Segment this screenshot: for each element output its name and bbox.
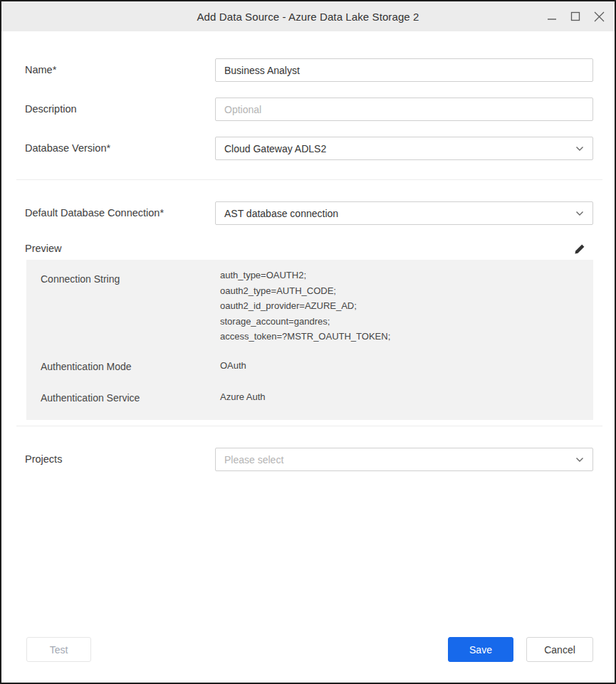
minimize-icon — [547, 11, 557, 21]
projects-select[interactable]: Please select — [215, 448, 593, 471]
default-connection-select[interactable]: AST database connection — [215, 201, 593, 225]
connection-string-line: oauth2_id_provider=AZURE_AD; — [220, 298, 390, 314]
database-version-value: Cloud Gateway ADLS2 — [224, 143, 326, 154]
titlebar: Add Data Source - Azure Data Lake Storag… — [1, 1, 615, 31]
chevron-down-icon — [575, 457, 584, 463]
name-label: Name* — [25, 64, 56, 75]
save-button[interactable]: Save — [448, 637, 513, 662]
connection-string-value: auth_type=OAUTH2; oauth2_type=AUTH_CODE;… — [220, 268, 390, 344]
maximize-icon — [570, 11, 580, 21]
minimize-button[interactable] — [546, 11, 558, 22]
default-connection-value: AST database connection — [224, 208, 338, 219]
database-version-label: Database Version* — [25, 142, 110, 154]
preview-panel: Connection String auth_type=OAUTH2; oaut… — [26, 260, 593, 420]
connection-string-line: auth_type=OAUTH2; — [220, 268, 390, 283]
auth-service-value: Azure Auth — [220, 391, 266, 402]
projects-label: Projects — [25, 453, 62, 465]
cancel-button[interactable]: Cancel — [526, 637, 593, 662]
test-button[interactable]: Test — [26, 637, 91, 662]
auth-mode-label: Authentication Mode — [41, 361, 132, 372]
description-label: Description — [25, 103, 77, 115]
description-input[interactable] — [215, 98, 593, 121]
projects-placeholder: Please select — [224, 454, 283, 465]
chevron-down-icon — [575, 211, 584, 216]
connection-string-line: oauth2_type=AUTH_CODE; — [220, 283, 390, 299]
dialog-window: Add Data Source - Azure Data Lake Storag… — [0, 0, 616, 684]
auth-service-label: Authentication Service — [41, 392, 140, 404]
close-button[interactable] — [593, 11, 605, 22]
section-divider-top — [16, 179, 602, 180]
chevron-down-icon — [575, 146, 584, 152]
maximize-button[interactable] — [570, 11, 581, 22]
default-connection-label: Default Database Connection* — [25, 207, 164, 219]
close-icon — [594, 11, 605, 22]
window-controls — [546, 1, 605, 31]
database-version-select[interactable]: Cloud Gateway ADLS2 — [215, 137, 593, 160]
name-input[interactable] — [215, 58, 593, 82]
connection-string-line: storage_account=gandres; — [220, 314, 390, 330]
pencil-icon — [574, 243, 585, 255]
connection-string-line: access_token=?MSTR_OAUTH_TOKEN; — [220, 329, 390, 344]
dialog-title: Add Data Source - Azure Data Lake Storag… — [197, 11, 419, 23]
preview-label: Preview — [25, 243, 62, 254]
auth-mode-value: OAuth — [220, 360, 246, 371]
connection-string-label: Connection String — [41, 273, 120, 285]
edit-preview-button[interactable] — [572, 241, 588, 257]
section-divider-bottom — [16, 426, 602, 426]
